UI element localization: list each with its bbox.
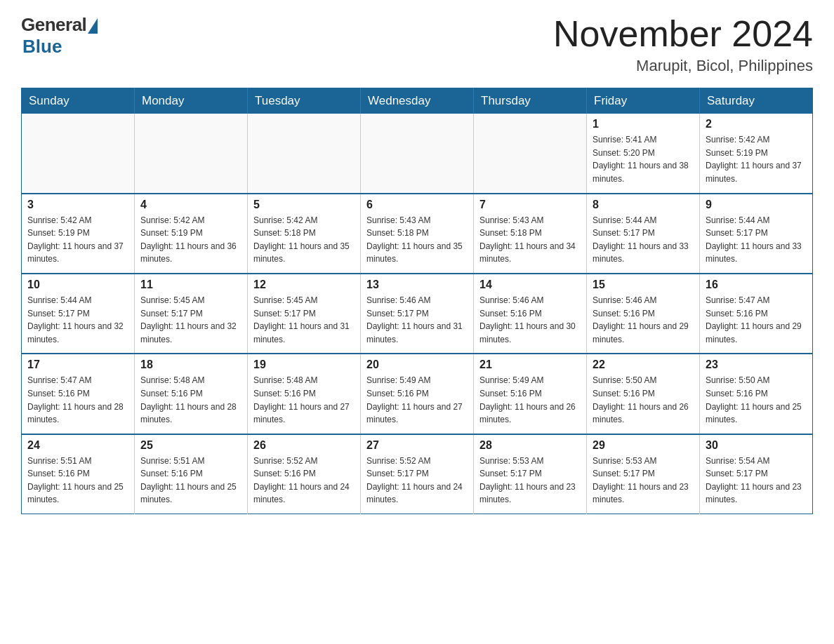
day-number: 14 bbox=[479, 279, 581, 291]
month-title: November 2024 bbox=[553, 14, 813, 54]
calendar-cell: 19Sunrise: 5:48 AMSunset: 5:16 PMDayligh… bbox=[248, 354, 361, 434]
calendar-cell: 14Sunrise: 5:46 AMSunset: 5:16 PMDayligh… bbox=[474, 274, 587, 354]
logo-blue-text: Blue bbox=[22, 36, 62, 57]
day-info: Sunrise: 5:49 AMSunset: 5:16 PMDaylight:… bbox=[479, 374, 581, 426]
calendar-cell bbox=[248, 114, 361, 193]
day-number: 8 bbox=[593, 199, 694, 211]
day-info: Sunrise: 5:54 AMSunset: 5:17 PMDaylight:… bbox=[706, 455, 807, 507]
day-number: 17 bbox=[27, 358, 128, 371]
day-number: 28 bbox=[479, 439, 581, 452]
calendar-cell: 23Sunrise: 5:50 AMSunset: 5:16 PMDayligh… bbox=[700, 354, 813, 434]
day-info: Sunrise: 5:46 AMSunset: 5:16 PMDaylight:… bbox=[479, 294, 581, 346]
logo-general-text: General bbox=[21, 14, 86, 36]
logo-triangle-icon bbox=[88, 18, 98, 34]
calendar-cell: 22Sunrise: 5:50 AMSunset: 5:16 PMDayligh… bbox=[587, 354, 700, 434]
calendar-cell: 7Sunrise: 5:43 AMSunset: 5:18 PMDaylight… bbox=[474, 194, 587, 274]
day-info: Sunrise: 5:50 AMSunset: 5:16 PMDaylight:… bbox=[706, 374, 807, 426]
day-info: Sunrise: 5:52 AMSunset: 5:17 PMDaylight:… bbox=[366, 455, 468, 507]
day-number: 1 bbox=[593, 118, 694, 130]
calendar-cell: 6Sunrise: 5:43 AMSunset: 5:18 PMDaylight… bbox=[361, 194, 474, 274]
location-title: Marupit, Bicol, Philippines bbox=[553, 57, 813, 75]
day-number: 16 bbox=[706, 279, 807, 291]
day-number: 24 bbox=[27, 439, 128, 452]
day-number: 18 bbox=[140, 358, 241, 371]
calendar-cell: 10Sunrise: 5:44 AMSunset: 5:17 PMDayligh… bbox=[22, 274, 135, 354]
day-info: Sunrise: 5:49 AMSunset: 5:16 PMDaylight:… bbox=[366, 374, 468, 426]
calendar-cell: 25Sunrise: 5:51 AMSunset: 5:16 PMDayligh… bbox=[135, 434, 248, 514]
day-number: 22 bbox=[593, 358, 694, 371]
calendar-table: SundayMondayTuesdayWednesdayThursdayFrid… bbox=[21, 88, 813, 514]
calendar-cell: 26Sunrise: 5:52 AMSunset: 5:16 PMDayligh… bbox=[248, 434, 361, 514]
calendar-cell bbox=[135, 114, 248, 193]
calendar-cell: 17Sunrise: 5:47 AMSunset: 5:16 PMDayligh… bbox=[22, 354, 135, 434]
logo: General Blue bbox=[21, 14, 98, 58]
day-info: Sunrise: 5:42 AMSunset: 5:19 PMDaylight:… bbox=[706, 133, 807, 185]
calendar-cell bbox=[361, 114, 474, 193]
calendar-cell: 20Sunrise: 5:49 AMSunset: 5:16 PMDayligh… bbox=[361, 354, 474, 434]
calendar-cell bbox=[474, 114, 587, 193]
day-info: Sunrise: 5:46 AMSunset: 5:17 PMDaylight:… bbox=[366, 294, 468, 346]
day-number: 10 bbox=[27, 279, 128, 291]
week-row-5: 24Sunrise: 5:51 AMSunset: 5:16 PMDayligh… bbox=[22, 434, 813, 514]
day-number: 12 bbox=[253, 279, 355, 291]
day-number: 20 bbox=[366, 358, 468, 371]
weekday-header-monday: Monday bbox=[135, 88, 248, 114]
day-info: Sunrise: 5:45 AMSunset: 5:17 PMDaylight:… bbox=[140, 294, 241, 346]
day-number: 5 bbox=[253, 199, 355, 211]
day-info: Sunrise: 5:41 AMSunset: 5:20 PMDaylight:… bbox=[593, 133, 694, 185]
calendar-cell: 16Sunrise: 5:47 AMSunset: 5:16 PMDayligh… bbox=[700, 274, 813, 354]
day-number: 25 bbox=[140, 439, 241, 452]
day-number: 15 bbox=[593, 279, 694, 291]
day-info: Sunrise: 5:47 AMSunset: 5:16 PMDaylight:… bbox=[706, 294, 807, 346]
weekday-header-friday: Friday bbox=[587, 88, 700, 114]
calendar-cell: 21Sunrise: 5:49 AMSunset: 5:16 PMDayligh… bbox=[474, 354, 587, 434]
day-info: Sunrise: 5:48 AMSunset: 5:16 PMDaylight:… bbox=[253, 374, 355, 426]
day-number: 13 bbox=[366, 279, 468, 291]
day-info: Sunrise: 5:42 AMSunset: 5:18 PMDaylight:… bbox=[253, 214, 355, 266]
page-header: General Blue November 2024 Marupit, Bico… bbox=[21, 14, 813, 75]
day-number: 7 bbox=[479, 199, 581, 211]
day-info: Sunrise: 5:43 AMSunset: 5:18 PMDaylight:… bbox=[366, 214, 468, 266]
day-info: Sunrise: 5:46 AMSunset: 5:16 PMDaylight:… bbox=[593, 294, 694, 346]
day-info: Sunrise: 5:51 AMSunset: 5:16 PMDaylight:… bbox=[27, 455, 128, 507]
weekday-header-row: SundayMondayTuesdayWednesdayThursdayFrid… bbox=[22, 88, 813, 114]
day-info: Sunrise: 5:53 AMSunset: 5:17 PMDaylight:… bbox=[479, 455, 581, 507]
day-info: Sunrise: 5:48 AMSunset: 5:16 PMDaylight:… bbox=[140, 374, 241, 426]
calendar-cell: 11Sunrise: 5:45 AMSunset: 5:17 PMDayligh… bbox=[135, 274, 248, 354]
calendar-cell: 29Sunrise: 5:53 AMSunset: 5:17 PMDayligh… bbox=[587, 434, 700, 514]
day-number: 6 bbox=[366, 199, 468, 211]
day-info: Sunrise: 5:47 AMSunset: 5:16 PMDaylight:… bbox=[27, 374, 128, 426]
day-info: Sunrise: 5:50 AMSunset: 5:16 PMDaylight:… bbox=[593, 374, 694, 426]
calendar-cell: 30Sunrise: 5:54 AMSunset: 5:17 PMDayligh… bbox=[700, 434, 813, 514]
weekday-header-tuesday: Tuesday bbox=[248, 88, 361, 114]
day-info: Sunrise: 5:42 AMSunset: 5:19 PMDaylight:… bbox=[140, 214, 241, 266]
calendar-cell: 27Sunrise: 5:52 AMSunset: 5:17 PMDayligh… bbox=[361, 434, 474, 514]
day-number: 27 bbox=[366, 439, 468, 452]
calendar-cell bbox=[22, 114, 135, 193]
day-info: Sunrise: 5:43 AMSunset: 5:18 PMDaylight:… bbox=[479, 214, 581, 266]
day-number: 30 bbox=[706, 439, 807, 452]
calendar-cell: 2Sunrise: 5:42 AMSunset: 5:19 PMDaylight… bbox=[700, 114, 813, 193]
calendar-cell: 18Sunrise: 5:48 AMSunset: 5:16 PMDayligh… bbox=[135, 354, 248, 434]
day-number: 29 bbox=[593, 439, 694, 452]
calendar-cell: 13Sunrise: 5:46 AMSunset: 5:17 PMDayligh… bbox=[361, 274, 474, 354]
calendar-cell: 9Sunrise: 5:44 AMSunset: 5:17 PMDaylight… bbox=[700, 194, 813, 274]
week-row-1: 1Sunrise: 5:41 AMSunset: 5:20 PMDaylight… bbox=[22, 114, 813, 193]
calendar-cell: 3Sunrise: 5:42 AMSunset: 5:19 PMDaylight… bbox=[22, 194, 135, 274]
calendar-cell: 24Sunrise: 5:51 AMSunset: 5:16 PMDayligh… bbox=[22, 434, 135, 514]
day-info: Sunrise: 5:45 AMSunset: 5:17 PMDaylight:… bbox=[253, 294, 355, 346]
day-number: 19 bbox=[253, 358, 355, 371]
day-number: 21 bbox=[479, 358, 581, 371]
week-row-4: 17Sunrise: 5:47 AMSunset: 5:16 PMDayligh… bbox=[22, 354, 813, 434]
day-info: Sunrise: 5:51 AMSunset: 5:16 PMDaylight:… bbox=[140, 455, 241, 507]
calendar-cell: 8Sunrise: 5:44 AMSunset: 5:17 PMDaylight… bbox=[587, 194, 700, 274]
week-row-2: 3Sunrise: 5:42 AMSunset: 5:19 PMDaylight… bbox=[22, 194, 813, 274]
title-section: November 2024 Marupit, Bicol, Philippine… bbox=[553, 14, 813, 75]
day-number: 26 bbox=[253, 439, 355, 452]
calendar-cell: 12Sunrise: 5:45 AMSunset: 5:17 PMDayligh… bbox=[248, 274, 361, 354]
weekday-header-wednesday: Wednesday bbox=[361, 88, 474, 114]
calendar-cell: 28Sunrise: 5:53 AMSunset: 5:17 PMDayligh… bbox=[474, 434, 587, 514]
day-info: Sunrise: 5:52 AMSunset: 5:16 PMDaylight:… bbox=[253, 455, 355, 507]
day-number: 9 bbox=[706, 199, 807, 211]
weekday-header-thursday: Thursday bbox=[474, 88, 587, 114]
